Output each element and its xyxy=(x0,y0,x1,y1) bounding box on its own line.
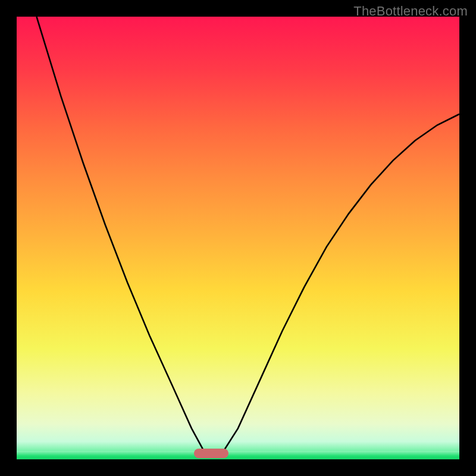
optimal-marker xyxy=(194,449,228,458)
curve-right-branch xyxy=(223,114,459,453)
curve-left-branch xyxy=(37,17,205,453)
chart-curve-layer xyxy=(17,17,459,459)
watermark-text: TheBottleneck.com xyxy=(353,4,468,19)
chart-frame: TheBottleneck.com xyxy=(0,0,476,476)
